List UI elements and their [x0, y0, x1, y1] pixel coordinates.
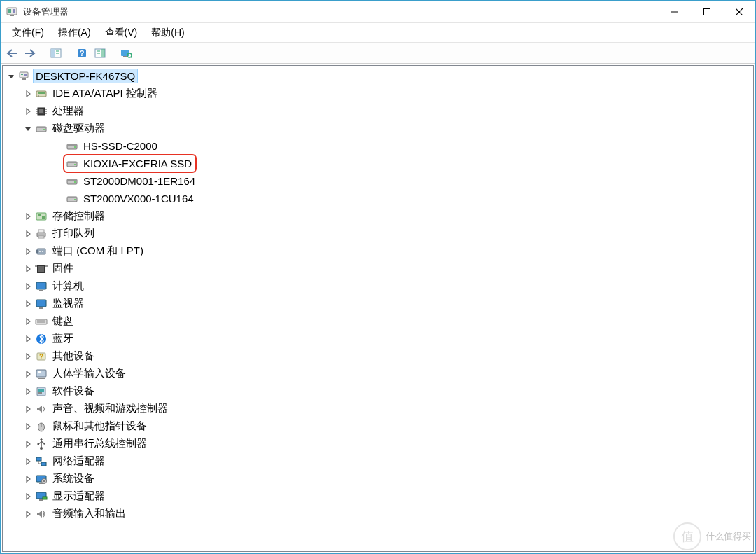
expander-open-icon[interactable] [22, 123, 34, 134]
tree-node[interactable]: 软件设备 [3, 382, 753, 400]
tree-node[interactable]: IDE ATA/ATAPI 控制器 [3, 85, 753, 102]
tree-node[interactable]: HS-SSD-C2000 [3, 137, 753, 155]
svg-rect-55 [42, 216, 45, 219]
expander-closed-icon[interactable] [22, 211, 34, 222]
expander-closed-icon[interactable] [22, 368, 34, 380]
display-icon [35, 490, 48, 503]
tree-node[interactable]: 音频输入和输出 [3, 505, 753, 522]
tree-node-label: 蓝牙 [50, 331, 76, 346]
tree-node[interactable]: 人体学输入设备 [3, 365, 753, 382]
close-button[interactable] [723, 1, 755, 23]
tree-node-label: 键盘 [50, 314, 76, 328]
svg-point-87 [43, 443, 46, 445]
tree-node-label: 处理器 [50, 104, 86, 118]
tree-node[interactable]: 打印队列 [3, 225, 753, 242]
svg-rect-59 [37, 249, 46, 254]
tree-node[interactable]: DESKTOP-FK467SQ [3, 67, 753, 85]
tree-node[interactable]: 显示适配器 [3, 487, 753, 505]
tree-node-label: HS-SSD-C2000 [81, 139, 160, 153]
svg-rect-6 [704, 8, 710, 15]
app-icon [6, 6, 18, 18]
expander-closed-icon[interactable] [22, 333, 34, 345]
svg-rect-54 [38, 214, 41, 216]
svg-rect-31 [39, 109, 43, 113]
expander-closed-icon[interactable] [22, 263, 34, 275]
tree-node[interactable]: 网络适配器 [3, 452, 753, 470]
svg-point-85 [40, 447, 43, 450]
expander-closed-icon[interactable] [22, 228, 34, 240]
svg-rect-4 [10, 15, 14, 16]
tree-node-label: ST2000VX000-1CU164 [81, 192, 196, 205]
expander-closed-icon[interactable] [22, 473, 34, 485]
svg-rect-48 [67, 179, 77, 181]
minimize-button[interactable] [659, 1, 691, 23]
svg-rect-28 [38, 92, 45, 94]
tree-node[interactable]: ST2000VX000-1CU164 [3, 190, 753, 207]
tree-node[interactable]: 计算机 [3, 277, 753, 295]
svg-rect-89 [41, 462, 46, 466]
svg-rect-69 [36, 300, 46, 307]
svg-text:?: ? [80, 49, 85, 57]
action-pane-button[interactable] [92, 45, 108, 62]
tree-node-highlighted[interactable]: KIOXIA-EXCERIA SSD [3, 155, 753, 172]
expander-closed-icon[interactable] [22, 491, 34, 502]
svg-rect-26 [22, 78, 26, 80]
expander-closed-icon[interactable] [22, 316, 34, 327]
svg-point-49 [74, 181, 76, 183]
tree-node[interactable]: 系统设备 [3, 470, 753, 487]
back-button[interactable] [4, 45, 20, 62]
maximize-button[interactable] [691, 1, 723, 23]
forward-button[interactable] [22, 45, 38, 62]
tree-node[interactable]: 磁盘驱动器 [3, 120, 753, 137]
disk-icon [66, 175, 78, 188]
expander-closed-icon[interactable] [22, 508, 34, 520]
expander-closed-icon[interactable] [22, 421, 34, 432]
expander-closed-icon[interactable] [22, 351, 34, 362]
menubar: 文件(F) 操作(A) 查看(V) 帮助(H) [1, 23, 755, 43]
expander-open-icon[interactable] [6, 71, 17, 82]
expander-closed-icon[interactable] [22, 386, 34, 397]
tree-node[interactable]: ?其他设备 [3, 347, 753, 365]
expander-closed-icon[interactable] [22, 281, 34, 292]
tree-node[interactable]: 鼠标和其他指针设备 [3, 417, 753, 435]
software-icon [35, 385, 48, 398]
expander-closed-icon[interactable] [22, 298, 34, 310]
tree-node[interactable]: ST2000DM001-1ER164 [3, 172, 753, 190]
show-hide-console-button[interactable] [48, 45, 64, 62]
tree-node[interactable]: 键盘 [3, 312, 753, 330]
expander-closed-icon[interactable] [22, 106, 34, 117]
keyboard-icon [35, 315, 48, 328]
sound-icon [35, 403, 48, 415]
tree-node[interactable]: 端口 (COM 和 LPT) [3, 242, 753, 260]
svg-rect-42 [67, 144, 77, 146]
menu-help[interactable]: 帮助(H) [144, 25, 191, 41]
svg-rect-88 [36, 457, 41, 461]
svg-rect-58 [38, 236, 44, 238]
svg-rect-70 [39, 307, 43, 309]
scan-hardware-button[interactable] [118, 45, 134, 62]
menu-action[interactable]: 操作(A) [51, 25, 98, 41]
svg-point-60 [39, 251, 41, 252]
menu-view[interactable]: 查看(V) [98, 25, 145, 41]
device-tree[interactable]: DESKTOP-FK467SQIDE ATA/ATAPI 控制器处理器磁盘驱动器… [3, 66, 753, 551]
menu-file[interactable]: 文件(F) [5, 25, 51, 41]
svg-rect-2 [8, 11, 11, 13]
tree-panel: DESKTOP-FK467SQIDE ATA/ATAPI 控制器处理器磁盘驱动器… [2, 65, 754, 552]
tree-node[interactable]: 处理器 [3, 102, 753, 120]
tree-node[interactable]: 存储控制器 [3, 207, 753, 225]
expander-closed-icon[interactable] [22, 88, 34, 99]
help-button[interactable]: ? [74, 45, 90, 62]
expander-closed-icon[interactable] [22, 438, 34, 450]
expander-closed-icon[interactable] [22, 456, 34, 467]
expander-closed-icon[interactable] [22, 246, 34, 257]
tree-node[interactable]: 蓝牙 [3, 330, 753, 347]
toolbar-separator [113, 46, 113, 60]
tree-node[interactable]: 固件 [3, 260, 753, 277]
expander-closed-icon[interactable] [22, 403, 34, 415]
tree-node-label: 固件 [50, 261, 76, 276]
svg-rect-68 [39, 290, 43, 291]
tree-node[interactable]: 通用串行总线控制器 [3, 435, 753, 452]
tree-node[interactable]: 声音、视频和游戏控制器 [3, 400, 753, 417]
tree-node[interactable]: 监视器 [3, 295, 753, 312]
svg-rect-25 [24, 74, 27, 76]
